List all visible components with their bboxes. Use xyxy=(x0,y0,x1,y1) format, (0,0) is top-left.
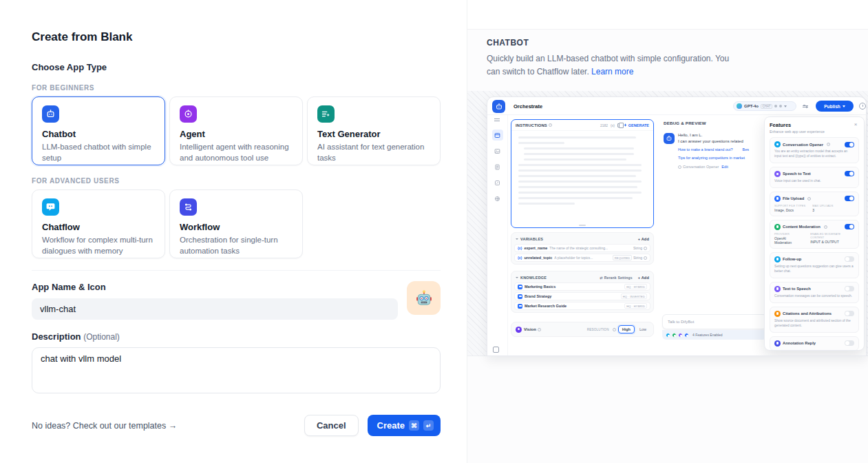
app-type-card-workflow[interactable]: Workflow Orchestration for single-turn a… xyxy=(169,189,303,258)
enter-key-icon: ↵ xyxy=(423,420,434,431)
chevron-down-icon xyxy=(516,277,518,278)
pv-debug-column: DEBUG & PREVIEW Hello, I am L. I can ans… xyxy=(659,115,770,356)
feature-card-citations: Citations and Attributions Show source d… xyxy=(770,307,859,333)
create-form-panel: Create from Blank Choose App Type FOR BE… xyxy=(0,0,467,463)
speech-feature-icon xyxy=(678,333,683,338)
app-type-card-agent[interactable]: Agent Intelligent agent with reasoning a… xyxy=(169,96,303,165)
pv-app-icon xyxy=(492,100,505,113)
content-moderation-icon xyxy=(774,224,781,230)
copy-icon xyxy=(617,123,621,127)
app-type-name: Workflow xyxy=(180,222,293,232)
speech-to-text-icon xyxy=(774,171,781,177)
description-label: Description (Optional) xyxy=(32,331,441,342)
app-name-label: App Name & Icon xyxy=(32,282,441,292)
prompt-icon xyxy=(492,130,503,141)
description-section: Description (Optional) xyxy=(32,331,441,396)
opener-feature-icon xyxy=(666,333,670,338)
char-count: 2182 xyxy=(600,123,608,127)
app-type-card-chatflow[interactable]: Chatflow Workflow for complex multi-turn… xyxy=(32,189,165,258)
feature-card-text-to-speech: Text to Speech Conversation messages can… xyxy=(770,282,859,303)
info-icon xyxy=(613,328,616,331)
app-type-card-chatbot[interactable]: Chatbot LLM-based chatbot with simple se… xyxy=(32,96,165,165)
app-icon-picker[interactable] xyxy=(407,281,441,315)
toggle-speech-to-text xyxy=(845,171,854,176)
dialog-footer: No ideas? Check out our templates → Canc… xyxy=(32,415,441,436)
divider xyxy=(32,270,441,271)
app-type-name: Chatflow xyxy=(42,222,155,232)
resolution-high-option: High xyxy=(618,325,635,333)
citations-icon xyxy=(774,311,781,317)
cancel-button[interactable]: Cancel xyxy=(304,415,359,436)
vision-icon xyxy=(516,327,522,333)
orchestrate-preview-image: Orchestrate GPT-4o CHAT Publish xyxy=(487,96,867,356)
advanced-cards: Chatflow Workflow for complex multi-turn… xyxy=(32,189,441,258)
toggle-follow-up xyxy=(845,256,854,262)
app-type-desc: Orchestration for single-turn automation… xyxy=(180,235,293,256)
bot-greeting: Hello, I am L. xyxy=(678,133,749,137)
dataset-icon xyxy=(518,285,522,289)
pv-topbar: Orchestrate GPT-4o CHAT Publish xyxy=(487,97,866,115)
chat-mode-badge: CHAT xyxy=(761,104,772,109)
image-icon xyxy=(492,145,503,156)
pv-features-panel: Features Enhance web app user experience… xyxy=(764,116,865,351)
preview-hatch-area: Orchestrate GPT-4o CHAT Publish xyxy=(467,91,868,356)
create-button[interactable]: Create ⌘ ↵ xyxy=(368,415,441,436)
variable-row: {x} expert_name The name of the strategi… xyxy=(514,244,650,252)
toggle-annotation-reply xyxy=(845,340,854,346)
chatbot-icon xyxy=(42,105,59,123)
info-icon xyxy=(824,225,827,229)
info-icon xyxy=(538,328,541,331)
app-type-desc: Workflow for complex multi-turn dialogue… xyxy=(42,235,155,256)
chevron-down-icon xyxy=(516,238,518,240)
feature-card-follow-up: Follow-up Setting up next questions sugg… xyxy=(770,252,859,278)
arrow-right-icon: → xyxy=(169,421,178,431)
mic-icon xyxy=(774,105,777,107)
feature-card-annotation-reply: Annotation Reply xyxy=(770,336,859,351)
feature-card-speech-to-text: Speech to Text Voice input can be used i… xyxy=(770,167,859,188)
for-advanced-users-label: FOR ADVANCED USERS xyxy=(32,177,441,185)
placeholder-text-lines xyxy=(511,131,653,205)
tune-icon xyxy=(803,104,808,109)
top-strip xyxy=(467,0,868,30)
for-beginners-label: FOR BEGINNERS xyxy=(32,84,441,92)
templates-link[interactable]: No ideas? Check out our templates → xyxy=(32,421,177,431)
chatflow-icon xyxy=(42,198,59,216)
conversation-opener-icon xyxy=(774,141,781,147)
note-icon xyxy=(492,177,503,188)
pv-vision-row: Vision RESOLUTION High Low xyxy=(511,322,654,337)
document-icon xyxy=(492,161,503,172)
dataset-icon xyxy=(518,304,522,309)
text-to-speech-icon xyxy=(774,286,781,292)
rerank-icon: ⇄ xyxy=(600,276,602,280)
toggle-conversation-opener xyxy=(845,142,854,147)
chevron-down-icon xyxy=(784,105,787,107)
toggle-text-to-speech xyxy=(845,286,854,291)
model-logo-icon xyxy=(737,103,742,109)
suggestion-link: How to make a brand stand out?Bes xyxy=(678,147,749,152)
app-type-desc: LLM-based chatbot with simple setup xyxy=(42,142,155,163)
add-variable-button: + Add xyxy=(638,237,649,241)
upload-feature-icon xyxy=(684,333,689,338)
info-icon xyxy=(807,197,811,200)
app-name-input[interactable] xyxy=(32,298,398,320)
pv-instructions-panel: INSTRUCTIONS 2182 {x} GENERATE xyxy=(511,119,654,228)
toggle-citations xyxy=(845,311,854,316)
generate-button: GENERATE xyxy=(624,123,649,127)
rerank-settings-button: ⇄Rerank Settings xyxy=(600,276,632,280)
bottom-spacer xyxy=(467,356,868,462)
feature-card-conversation-opener: Conversation Opener You are an entity ex… xyxy=(770,137,859,163)
edit-link: Edit xyxy=(721,165,728,169)
bot-avatar xyxy=(664,133,675,144)
settings-icon xyxy=(644,256,647,260)
preview-panel: CHATBOT Quickly build an LLM-based chatb… xyxy=(467,0,868,463)
choose-app-type-label: Choose App Type xyxy=(32,62,441,72)
eye-icon xyxy=(779,105,782,107)
pv-model-selector: GPT-4o CHAT xyxy=(733,101,796,111)
robot-emoji-icon xyxy=(414,289,434,308)
app-type-card-text-generator[interactable]: Text Generator AI assistant for text gen… xyxy=(307,96,441,165)
learn-more-link[interactable]: Learn more xyxy=(591,67,633,76)
resize-handle xyxy=(579,225,586,226)
preview-heading: CHATBOT xyxy=(487,38,847,48)
description-textarea[interactable] xyxy=(32,347,441,393)
variable-row: {x} unrelated_topic A placeholder for to… xyxy=(514,254,650,262)
